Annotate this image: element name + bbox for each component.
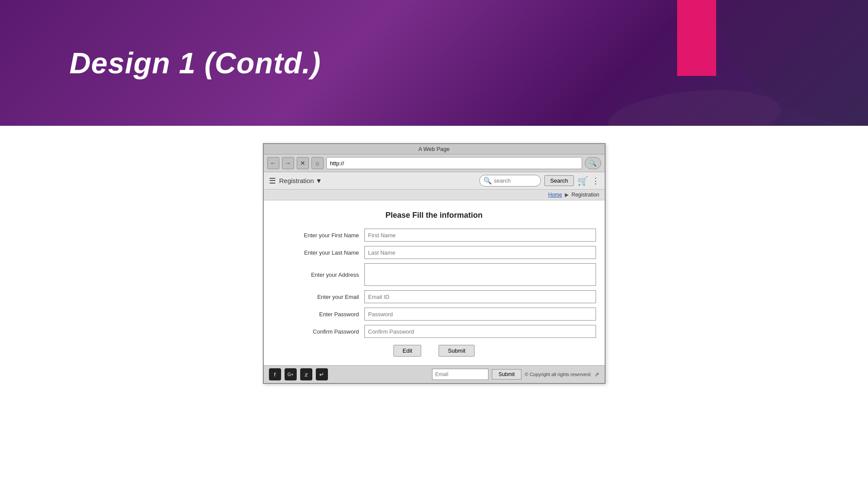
- browser-toolbar: ← → ✕ ⌂ 🔍: [264, 154, 605, 172]
- more-options-icon[interactable]: ⋮: [592, 176, 599, 186]
- header-arc-decoration: [716, 0, 868, 126]
- form-row-email: Enter your Email: [272, 290, 596, 303]
- slide-body: A Web Page ← → ✕ ⌂ 🔍 ☰ Registration ▼ 🔍 …: [0, 126, 868, 488]
- breadcrumb-bar: Home ▶ Registration: [264, 190, 605, 200]
- input-password[interactable]: [364, 308, 596, 321]
- breadcrumb-current: Registration: [571, 192, 599, 198]
- label-address: Enter your Address: [272, 272, 359, 278]
- forward-button[interactable]: →: [282, 157, 294, 169]
- label-firstname: Enter your First Name: [272, 232, 359, 239]
- share-icon[interactable]: ↵: [316, 368, 328, 380]
- nav-search-button[interactable]: Search: [544, 175, 573, 186]
- browser-page-title: A Web Page: [418, 146, 449, 152]
- nav-search-bar: 🔍: [479, 175, 541, 187]
- breadcrumb-home-link[interactable]: Home: [548, 192, 562, 198]
- edit-button[interactable]: Edit: [393, 345, 421, 357]
- input-address[interactable]: [364, 263, 596, 286]
- form-area: Please Fill the information Enter your F…: [264, 200, 605, 365]
- back-button[interactable]: ←: [267, 157, 279, 169]
- label-confirm-password: Confirm Password: [272, 328, 359, 335]
- nav-registration-label: Registration: [279, 177, 314, 184]
- form-row-firstname: Enter your First Name: [272, 229, 596, 242]
- browser-mockup: A Web Page ← → ✕ ⌂ 🔍 ☰ Registration ▼ 🔍 …: [263, 143, 606, 384]
- input-firstname[interactable]: [364, 229, 596, 242]
- label-lastname: Enter your Last Name: [272, 249, 359, 256]
- browser-search-icon[interactable]: 🔍: [585, 157, 601, 169]
- url-bar[interactable]: [326, 157, 582, 169]
- input-lastname[interactable]: [364, 246, 596, 259]
- form-row-address: Enter your Address: [272, 263, 596, 286]
- form-title: Please Fill the information: [272, 211, 596, 220]
- resize-icon: ⇗: [594, 371, 599, 378]
- twitter-icon[interactable]: 𝕫: [300, 368, 312, 380]
- input-email[interactable]: [364, 290, 596, 303]
- googleplus-icon[interactable]: G+: [285, 368, 297, 380]
- breadcrumb-separator: ▶: [565, 192, 569, 198]
- slide-header: Design 1 (Contd.): [0, 0, 868, 126]
- label-email: Enter your Email: [272, 294, 359, 300]
- facebook-icon[interactable]: f: [269, 368, 281, 380]
- slide-title: Design 1 (Contd.): [69, 46, 321, 80]
- nav-search-icon: 🔍: [483, 177, 492, 185]
- footer-submit-button[interactable]: Submit: [492, 369, 521, 380]
- nav-search-input[interactable]: [494, 177, 537, 184]
- browser-titlebar: A Web Page: [264, 144, 605, 154]
- stop-button[interactable]: ✕: [297, 157, 309, 169]
- nav-dropdown-icon: ▼: [316, 177, 322, 184]
- form-row-password: Enter Password: [272, 308, 596, 321]
- pink-ribbon: [677, 0, 716, 76]
- input-confirm-password[interactable]: [364, 325, 596, 338]
- nav-registration-menu[interactable]: Registration ▼: [279, 177, 322, 184]
- browser-nav-bar: ☰ Registration ▼ 🔍 Search 🛒 ⋮: [264, 172, 605, 190]
- label-password: Enter Password: [272, 311, 359, 318]
- submit-button[interactable]: Submit: [439, 345, 474, 357]
- footer-email-input[interactable]: [432, 369, 488, 380]
- hamburger-menu[interactable]: ☰: [269, 176, 276, 186]
- form-buttons: Edit Submit: [272, 345, 596, 357]
- copyright-text: © Copyright all rights reserverd: [525, 372, 591, 377]
- browser-footer: f G+ 𝕫 ↵ Submit © Copyright all rights r…: [264, 365, 605, 383]
- form-row-lastname: Enter your Last Name: [272, 246, 596, 259]
- home-button[interactable]: ⌂: [311, 157, 324, 169]
- form-row-confirm-password: Confirm Password: [272, 325, 596, 338]
- cart-icon[interactable]: 🛒: [577, 176, 588, 186]
